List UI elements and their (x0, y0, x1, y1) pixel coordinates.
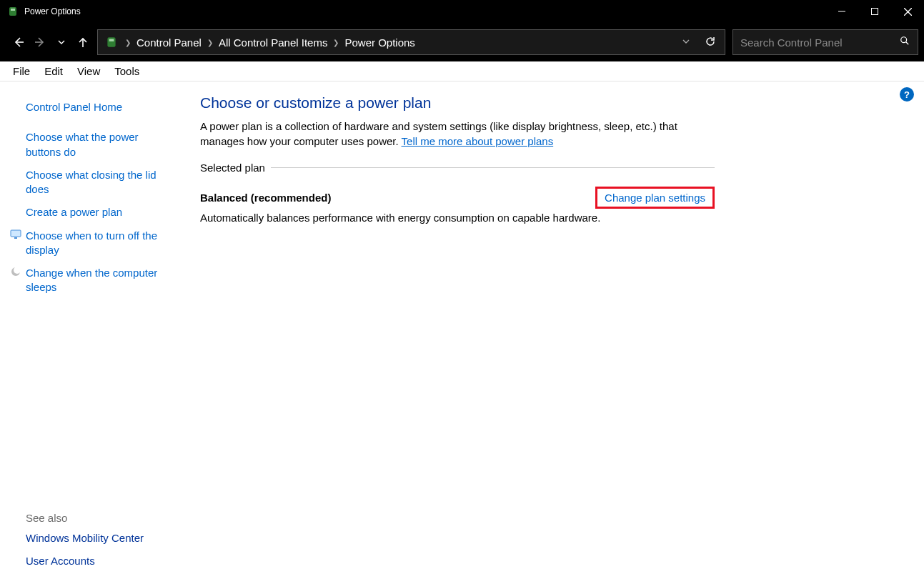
sidebar-link-turn-off-display[interactable]: Choose when to turn off the display (26, 224, 172, 262)
refresh-button[interactable] (696, 36, 725, 49)
chevron-right-icon[interactable]: ❯ (206, 39, 214, 46)
content-area: Control Panel Home Choose what the power… (0, 81, 924, 584)
control-panel-home-link[interactable]: Control Panel Home (26, 96, 172, 119)
selected-plan-legend: Selected plan (200, 162, 271, 174)
title-bar: Power Options (0, 0, 924, 23)
svg-point-11 (901, 37, 907, 43)
svg-rect-1 (11, 9, 15, 11)
menu-view[interactable]: View (70, 64, 107, 79)
sidebar-link-closing-lid[interactable]: Choose what closing the lid does (26, 164, 172, 202)
power-options-icon (7, 6, 19, 17)
monitor-icon (10, 229, 21, 240)
svg-rect-3 (872, 9, 878, 15)
up-button[interactable] (76, 35, 90, 49)
svg-rect-9 (107, 37, 115, 47)
sidebar: Control Panel Home Choose what the power… (0, 81, 184, 584)
svg-line-12 (906, 42, 909, 45)
menu-tools[interactable]: Tools (107, 64, 146, 79)
main-panel: ? Choose or customize a power plan A pow… (184, 81, 924, 584)
selected-plan-group: Selected plan Balanced (recommended) Cha… (200, 162, 715, 224)
svg-point-16 (14, 267, 21, 274)
breadcrumb-segment[interactable]: Control Panel (132, 36, 206, 49)
breadcrumb-segment[interactable]: Power Options (340, 36, 419, 49)
close-button[interactable] (891, 0, 924, 23)
plan-description: Automatically balances performance with … (200, 212, 715, 224)
breadcrumb-segment[interactable]: All Control Panel Items (214, 36, 332, 49)
power-options-icon (105, 36, 118, 49)
learn-more-link[interactable]: Tell me more about power plans (402, 135, 554, 147)
change-plan-settings-link[interactable]: Change plan settings (595, 187, 715, 209)
menu-edit[interactable]: Edit (37, 64, 70, 79)
search-icon[interactable] (892, 36, 918, 49)
svg-rect-13 (11, 230, 21, 237)
see-also-user-accounts[interactable]: User Accounts (26, 550, 172, 573)
address-bar[interactable]: ❯ Control Panel ❯ All Control Panel Item… (97, 29, 725, 55)
search-input[interactable] (733, 36, 892, 49)
help-button[interactable]: ? (900, 87, 914, 102)
window-title: Power Options (24, 6, 81, 16)
page-heading: Choose or customize a power plan (200, 94, 911, 112)
back-button[interactable] (11, 35, 26, 49)
search-box (732, 29, 918, 55)
moon-icon (10, 266, 21, 277)
chevron-right-icon[interactable]: ❯ (124, 39, 132, 46)
plan-name: Balanced (recommended) (200, 192, 331, 204)
menu-file[interactable]: File (6, 64, 37, 79)
history-dropdown-button[interactable] (54, 35, 69, 49)
maximize-button[interactable] (858, 0, 891, 23)
see-also-mobility-center[interactable]: Windows Mobility Center (26, 527, 172, 550)
chevron-right-icon[interactable]: ❯ (332, 39, 340, 46)
nav-bar: ❯ Control Panel ❯ All Control Panel Item… (0, 23, 924, 61)
window-controls (825, 0, 924, 23)
forward-button[interactable] (33, 35, 47, 49)
page-description: A power plan is a collection of hardware… (200, 119, 715, 149)
sidebar-link-power-buttons[interactable]: Choose what the power buttons do (26, 126, 172, 164)
see-also-header: See also (26, 505, 172, 527)
minimize-button[interactable] (825, 0, 858, 23)
address-dropdown-button[interactable] (676, 38, 696, 46)
svg-rect-0 (9, 7, 16, 16)
menu-bar: File Edit View Tools (0, 61, 924, 81)
svg-rect-14 (14, 237, 17, 239)
sidebar-link-create-plan[interactable]: Create a power plan (26, 201, 172, 224)
sidebar-link-computer-sleeps[interactable]: Change when the computer sleeps (26, 262, 172, 300)
svg-rect-10 (109, 39, 114, 41)
see-also-section: See also Windows Mobility Center User Ac… (26, 505, 172, 573)
